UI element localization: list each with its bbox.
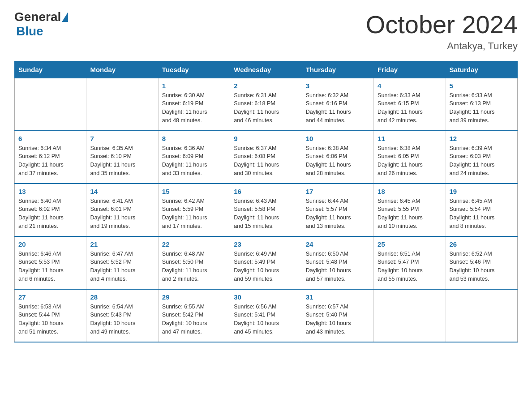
calendar-week-row: 6Sunrise: 6:34 AMSunset: 6:12 PMDaylight… (15, 131, 518, 184)
calendar-cell: 1Sunrise: 6:30 AMSunset: 6:19 PMDaylight… (158, 78, 230, 131)
day-info: Sunrise: 6:38 AMSunset: 6:06 PMDaylight:… (306, 144, 370, 178)
day-number: 29 (162, 293, 226, 301)
day-info: Sunrise: 6:32 AMSunset: 6:16 PMDaylight:… (306, 91, 370, 125)
calendar-week-row: 13Sunrise: 6:40 AMSunset: 6:02 PMDayligh… (15, 184, 518, 236)
calendar-cell (86, 78, 158, 131)
day-number: 10 (306, 135, 370, 142)
day-info: Sunrise: 6:31 AMSunset: 6:18 PMDaylight:… (234, 91, 298, 125)
calendar-week-row: 20Sunrise: 6:46 AMSunset: 5:53 PMDayligh… (15, 236, 518, 289)
day-number: 27 (18, 293, 82, 301)
day-info: Sunrise: 6:45 AMSunset: 5:54 PMDaylight:… (450, 197, 514, 231)
day-number: 8 (162, 135, 226, 142)
day-info: Sunrise: 6:50 AMSunset: 5:48 PMDaylight:… (306, 250, 370, 283)
day-number: 14 (90, 188, 154, 195)
day-info: Sunrise: 6:47 AMSunset: 5:52 PMDaylight:… (90, 250, 154, 283)
day-info: Sunrise: 6:54 AMSunset: 5:43 PMDaylight:… (90, 303, 154, 336)
calendar-cell: 14Sunrise: 6:41 AMSunset: 6:01 PMDayligh… (86, 184, 158, 236)
weekday-header-monday: Monday (86, 61, 158, 78)
calendar-cell: 10Sunrise: 6:38 AMSunset: 6:06 PMDayligh… (302, 131, 373, 184)
day-number: 17 (306, 188, 370, 195)
day-number: 24 (306, 240, 370, 248)
calendar-cell: 19Sunrise: 6:45 AMSunset: 5:54 PMDayligh… (446, 184, 517, 236)
day-number: 11 (378, 135, 442, 142)
logo-general-text: General (14, 11, 61, 23)
calendar-cell: 24Sunrise: 6:50 AMSunset: 5:48 PMDayligh… (302, 236, 373, 289)
calendar-cell: 29Sunrise: 6:55 AMSunset: 5:42 PMDayligh… (158, 289, 230, 342)
day-number: 12 (450, 135, 514, 142)
day-info: Sunrise: 6:45 AMSunset: 5:55 PMDaylight:… (378, 197, 442, 231)
day-info: Sunrise: 6:52 AMSunset: 5:46 PMDaylight:… (450, 250, 514, 283)
calendar-cell: 17Sunrise: 6:44 AMSunset: 5:57 PMDayligh… (302, 184, 373, 236)
title-area: October 2024 Antakya, Turkey (366, 11, 518, 52)
page-title: October 2024 (366, 11, 518, 39)
day-number: 1 (162, 82, 226, 90)
calendar-cell: 12Sunrise: 6:39 AMSunset: 6:03 PMDayligh… (446, 131, 517, 184)
day-number: 15 (162, 188, 226, 195)
calendar-cell: 11Sunrise: 6:38 AMSunset: 6:05 PMDayligh… (374, 131, 446, 184)
day-info: Sunrise: 6:30 AMSunset: 6:19 PMDaylight:… (162, 91, 226, 125)
calendar-cell (15, 78, 86, 131)
day-info: Sunrise: 6:44 AMSunset: 5:57 PMDaylight:… (306, 197, 370, 231)
page-header: General Blue October 2024 Antakya, Turke… (14, 11, 518, 52)
calendar-week-row: 27Sunrise: 6:53 AMSunset: 5:44 PMDayligh… (15, 289, 518, 342)
day-info: Sunrise: 6:57 AMSunset: 5:40 PMDaylight:… (306, 303, 370, 336)
logo-triangle-icon (62, 12, 68, 22)
calendar-cell: 28Sunrise: 6:54 AMSunset: 5:43 PMDayligh… (86, 289, 158, 342)
calendar-cell: 21Sunrise: 6:47 AMSunset: 5:52 PMDayligh… (86, 236, 158, 289)
day-number: 3 (306, 82, 370, 90)
weekday-header-wednesday: Wednesday (230, 61, 302, 78)
calendar-cell: 27Sunrise: 6:53 AMSunset: 5:44 PMDayligh… (15, 289, 86, 342)
calendar-cell: 9Sunrise: 6:37 AMSunset: 6:08 PMDaylight… (230, 131, 302, 184)
day-number: 16 (234, 188, 298, 195)
day-info: Sunrise: 6:42 AMSunset: 5:59 PMDaylight:… (162, 197, 226, 231)
calendar-cell: 31Sunrise: 6:57 AMSunset: 5:40 PMDayligh… (302, 289, 373, 342)
page-subtitle: Antakya, Turkey (366, 40, 518, 52)
calendar-cell: 4Sunrise: 6:33 AMSunset: 6:15 PMDaylight… (374, 78, 446, 131)
day-info: Sunrise: 6:37 AMSunset: 6:08 PMDaylight:… (234, 144, 298, 178)
logo-blue-text: Blue (16, 24, 43, 38)
day-number: 30 (234, 293, 298, 301)
calendar-cell: 25Sunrise: 6:51 AMSunset: 5:47 PMDayligh… (374, 236, 446, 289)
weekday-header-sunday: Sunday (15, 61, 86, 78)
day-info: Sunrise: 6:48 AMSunset: 5:50 PMDaylight:… (162, 250, 226, 283)
day-number: 25 (378, 240, 442, 248)
calendar-cell: 7Sunrise: 6:35 AMSunset: 6:10 PMDaylight… (86, 131, 158, 184)
day-number: 28 (90, 293, 154, 301)
calendar-cell: 23Sunrise: 6:49 AMSunset: 5:49 PMDayligh… (230, 236, 302, 289)
day-info: Sunrise: 6:55 AMSunset: 5:42 PMDaylight:… (162, 303, 226, 336)
day-info: Sunrise: 6:36 AMSunset: 6:09 PMDaylight:… (162, 144, 226, 178)
day-info: Sunrise: 6:39 AMSunset: 6:03 PMDaylight:… (450, 144, 514, 178)
day-info: Sunrise: 6:51 AMSunset: 5:47 PMDaylight:… (378, 250, 442, 283)
day-info: Sunrise: 6:53 AMSunset: 5:44 PMDaylight:… (18, 303, 82, 336)
day-info: Sunrise: 6:34 AMSunset: 6:12 PMDaylight:… (18, 144, 82, 178)
day-number: 18 (378, 188, 442, 195)
weekday-header-saturday: Saturday (446, 61, 517, 78)
calendar-cell: 16Sunrise: 6:43 AMSunset: 5:58 PMDayligh… (230, 184, 302, 236)
calendar-week-row: 1Sunrise: 6:30 AMSunset: 6:19 PMDaylight… (15, 78, 518, 131)
logo: General (14, 11, 69, 23)
calendar-cell (374, 289, 446, 342)
day-info: Sunrise: 6:56 AMSunset: 5:41 PMDaylight:… (234, 303, 298, 336)
calendar-cell: 6Sunrise: 6:34 AMSunset: 6:12 PMDaylight… (15, 131, 86, 184)
day-number: 23 (234, 240, 298, 248)
day-number: 20 (18, 240, 82, 248)
day-number: 31 (306, 293, 370, 301)
calendar-cell: 22Sunrise: 6:48 AMSunset: 5:50 PMDayligh… (158, 236, 230, 289)
weekday-header-tuesday: Tuesday (158, 61, 230, 78)
calendar-cell (446, 289, 517, 342)
day-number: 19 (450, 188, 514, 195)
calendar-cell: 30Sunrise: 6:56 AMSunset: 5:41 PMDayligh… (230, 289, 302, 342)
day-info: Sunrise: 6:33 AMSunset: 6:15 PMDaylight:… (378, 91, 442, 125)
day-number: 7 (90, 135, 154, 142)
day-number: 9 (234, 135, 298, 142)
calendar-table: SundayMondayTuesdayWednesdayThursdayFrid… (14, 61, 518, 342)
day-info: Sunrise: 6:38 AMSunset: 6:05 PMDaylight:… (378, 144, 442, 178)
calendar-cell: 13Sunrise: 6:40 AMSunset: 6:02 PMDayligh… (15, 184, 86, 236)
calendar-cell: 18Sunrise: 6:45 AMSunset: 5:55 PMDayligh… (374, 184, 446, 236)
day-number: 2 (234, 82, 298, 90)
day-number: 6 (18, 135, 82, 142)
day-info: Sunrise: 6:49 AMSunset: 5:49 PMDaylight:… (234, 250, 298, 283)
calendar-header-row: SundayMondayTuesdayWednesdayThursdayFrid… (15, 61, 518, 78)
calendar-cell: 8Sunrise: 6:36 AMSunset: 6:09 PMDaylight… (158, 131, 230, 184)
calendar-cell: 20Sunrise: 6:46 AMSunset: 5:53 PMDayligh… (15, 236, 86, 289)
